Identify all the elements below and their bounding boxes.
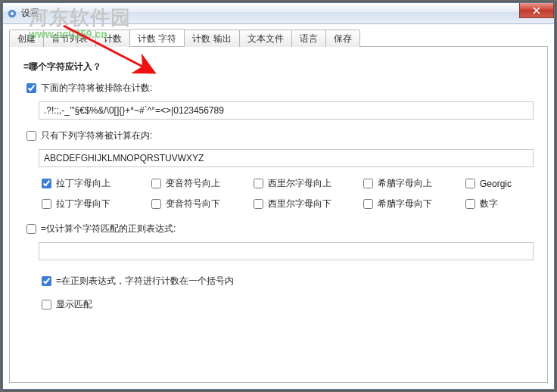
exclude-row: 下面的字符将被排除在计数:: [23, 81, 534, 95]
section-heading: =哪个字符应计入？: [23, 61, 534, 73]
close-button[interactable]: [519, 3, 554, 18]
tab-bar: 创建 音节列表 计数 计数 字符 计数 输出 文本文件 语言 保存: [9, 29, 548, 47]
tab-count-chars[interactable]: 计数 字符: [129, 29, 185, 46]
diacrit-dn-checkbox[interactable]: [151, 199, 161, 209]
regex-only-row: =仅计算个字符匹配的正则表达式:: [23, 222, 534, 236]
exclude-label: 下面的字符将被排除在计数:: [41, 82, 152, 95]
latin-dn-checkbox[interactable]: [42, 199, 51, 209]
georgic-label: Georgic: [480, 179, 512, 189]
cyrillic-up-label: 西里尔字母向上: [268, 177, 331, 190]
titlebar: 设置: [3, 3, 554, 24]
tab-text-file[interactable]: 文本文件: [239, 30, 292, 47]
regex-group-checkbox[interactable]: [42, 276, 51, 286]
window-buttons: [519, 3, 554, 18]
digits-label: 数字: [480, 198, 498, 210]
greek-dn-label: 希腊字母向下: [378, 198, 432, 210]
diacrit-dn-label: 变音符号向下: [166, 198, 220, 210]
greek-up-checkbox[interactable]: [363, 179, 373, 188]
tab-count-output[interactable]: 计数 输出: [184, 30, 239, 47]
tab-count[interactable]: 计数: [95, 30, 130, 47]
tab-syllable-list[interactable]: 音节列表: [43, 30, 96, 47]
diacrit-up-checkbox[interactable]: [151, 179, 161, 188]
greek-up-label: 希腊字母向上: [378, 177, 432, 190]
window-title: 设置: [21, 7, 39, 20]
app-icon: [6, 8, 18, 20]
content-area: 创建 音节列表 计数 计数 字符 计数 输出 文本文件 语言 保存 =哪个字符应…: [3, 24, 554, 389]
cyrillic-dn-label: 西里尔字母向下: [268, 198, 331, 210]
tab-save[interactable]: 保存: [325, 30, 360, 47]
diacrit-up-label: 变音符号向上: [166, 177, 220, 190]
greek-dn-checkbox[interactable]: [363, 199, 373, 209]
svg-point-1: [11, 12, 14, 15]
exclude-input[interactable]: [39, 101, 534, 120]
digits-checkbox[interactable]: [465, 199, 475, 209]
exclude-checkbox[interactable]: [26, 83, 36, 93]
latin-up-label: 拉丁字母向上: [56, 177, 110, 190]
regex-only-input[interactable]: [39, 242, 534, 260]
regex-only-label: =仅计算个字符匹配的正则表达式:: [41, 222, 176, 235]
char-class-grid: 拉丁字母向上 变音符号向上 西里尔字母向上 希腊字母向上 Georgic 拉丁字…: [39, 176, 534, 211]
include-input[interactable]: [39, 149, 534, 167]
regex-only-checkbox[interactable]: [26, 224, 36, 234]
include-row: 只有下列字符将被计算在内:: [23, 129, 534, 143]
tab-pane: =哪个字符应计入？ 下面的字符将被排除在计数: 只有下列字符将被计算在内: 拉丁…: [9, 47, 548, 383]
latin-up-checkbox[interactable]: [42, 179, 51, 188]
georgic-checkbox[interactable]: [465, 179, 475, 188]
tab-language[interactable]: 语言: [291, 30, 326, 47]
cyrillic-dn-checkbox[interactable]: [254, 199, 263, 209]
include-checkbox[interactable]: [26, 131, 36, 141]
latin-dn-label: 拉丁字母向下: [56, 198, 110, 210]
show-match-row: 显示匹配: [39, 297, 534, 312]
include-label: 只有下列字符将被计算在内:: [41, 129, 152, 142]
show-match-label: 显示匹配: [56, 298, 92, 311]
regex-group-label: =在正则表达式，字符进行计数在一个括号内: [56, 275, 234, 288]
tab-create[interactable]: 创建: [9, 30, 44, 47]
settings-window: 设置 河东软件园 www.pc0359.cn 创建 音节列表 计数 计数 字符 …: [2, 2, 555, 390]
show-match-checkbox[interactable]: [42, 300, 51, 310]
cyrillic-up-checkbox[interactable]: [254, 179, 263, 188]
regex-group-row: =在正则表达式，字符进行计数在一个括号内: [39, 274, 534, 288]
